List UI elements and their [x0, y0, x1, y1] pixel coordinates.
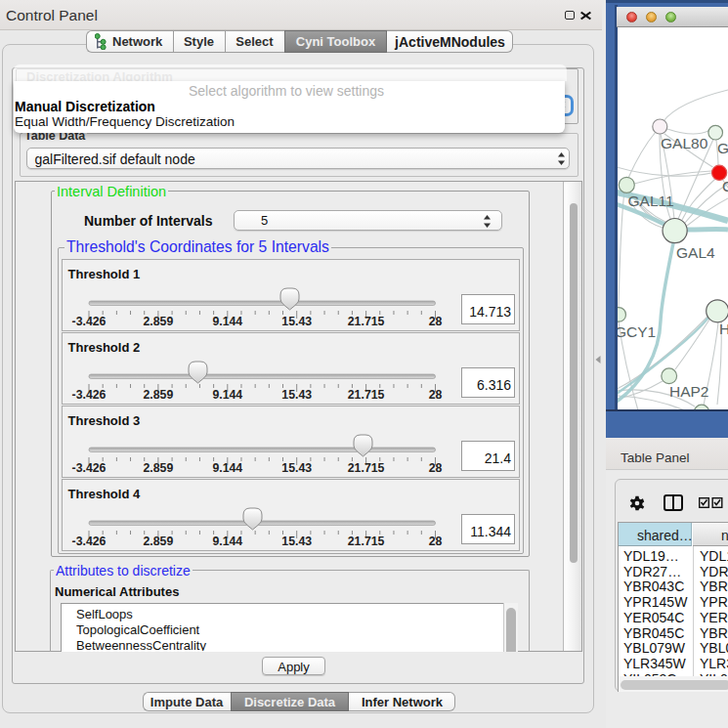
- svg-text:9.144: 9.144: [212, 388, 242, 402]
- svg-text:15.43: 15.43: [281, 315, 312, 328]
- svg-text:2.859: 2.859: [143, 315, 173, 328]
- svg-text:21.715: 21.715: [347, 535, 384, 548]
- svg-text:21.715: 21.715: [347, 461, 384, 475]
- svg-text:28: 28: [428, 535, 442, 548]
- svg-text:9.144: 9.144: [212, 535, 242, 548]
- svg-text:2.859: 2.859: [143, 535, 173, 548]
- svg-text:2.859: 2.859: [143, 461, 173, 475]
- svg-text:15.43: 15.43: [281, 461, 312, 475]
- svg-text:-3.426: -3.426: [71, 388, 106, 402]
- svg-text:GAL80: GAL80: [661, 135, 708, 151]
- svg-text:9.144: 9.144: [212, 461, 242, 475]
- svg-text:GAL4: GAL4: [676, 244, 715, 261]
- svg-text:-3.426: -3.426: [71, 315, 106, 328]
- svg-text:C: C: [722, 178, 728, 194]
- svg-text:GCY1: GCY1: [618, 323, 656, 340]
- svg-text:2.859: 2.859: [143, 388, 173, 402]
- svg-text:21.715: 21.715: [347, 315, 384, 328]
- svg-text:15.43: 15.43: [281, 388, 312, 402]
- svg-text:21.715: 21.715: [347, 388, 384, 402]
- svg-text:15.43: 15.43: [281, 535, 312, 548]
- svg-text:-3.426: -3.426: [71, 535, 106, 548]
- svg-text:GA: GA: [717, 140, 728, 156]
- svg-text:HAP2: HAP2: [669, 383, 709, 400]
- svg-text:H: H: [719, 321, 728, 337]
- svg-text:-3.426: -3.426: [71, 461, 106, 475]
- svg-text:28: 28: [428, 388, 442, 402]
- svg-text:9.144: 9.144: [212, 315, 242, 328]
- svg-text:28: 28: [428, 461, 442, 475]
- svg-text:28: 28: [428, 315, 442, 328]
- svg-text:GAL11: GAL11: [628, 193, 674, 209]
